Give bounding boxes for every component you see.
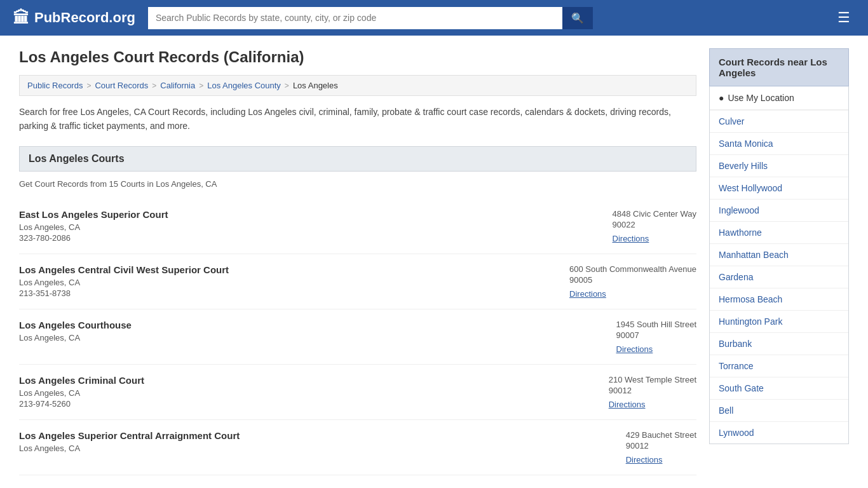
sidebar-city-item[interactable]: Huntington Park — [710, 311, 848, 333]
court-name: Los Angeles Central Civil West Superior … — [19, 264, 229, 275]
directions-link[interactable]: Directions — [609, 400, 646, 409]
site-header: 🏛 PubRecord.org 🔍 ☰ — [0, 0, 868, 36]
court-info: Los Angeles Superior Central Arraignment… — [19, 430, 240, 464]
breadcrumb-court-records[interactable]: Court Records — [95, 81, 148, 90]
hamburger-icon: ☰ — [837, 10, 850, 25]
court-item: Los Angeles Superior Central Arraignment… — [19, 420, 696, 475]
search-button[interactable]: 🔍 — [562, 7, 593, 29]
sidebar-header: Court Records near Los Angeles — [709, 48, 849, 86]
court-address: 210 West Temple Street 90012 Directions — [609, 375, 696, 409]
court-item: Los Angeles Central Civil West Superior … — [19, 254, 696, 309]
sidebar: Court Records near Los Angeles ● Use My … — [709, 48, 849, 475]
sidebar-city-link[interactable]: Inglewood — [710, 200, 848, 221]
court-zip: 90012 — [609, 386, 696, 395]
search-bar: 🔍 — [148, 7, 593, 29]
breadcrumb-sep-1: > — [86, 81, 91, 90]
sidebar-city-link[interactable]: Manhattan Beach — [710, 244, 848, 266]
court-city: Los Angeles, CA — [19, 444, 240, 453]
page-description: Search for free Los Angeles, CA Court Re… — [19, 105, 696, 133]
court-address: 600 South Commonwealth Avenue 90005 Dire… — [569, 264, 696, 299]
court-address: 1945 South Hill Street 90007 Directions — [616, 320, 696, 354]
court-name: Los Angeles Criminal Court — [19, 375, 144, 386]
breadcrumb: Public Records > Court Records > Califor… — [19, 75, 696, 96]
page-title: Los Angeles Court Records (California) — [19, 48, 696, 66]
court-zip: 90007 — [616, 330, 696, 340]
search-input[interactable] — [148, 7, 562, 29]
court-city: Los Angeles, CA — [19, 333, 132, 342]
sidebar-city-link[interactable]: Hermosa Beach — [710, 288, 848, 310]
sidebar-city-item[interactable]: Torrance — [710, 355, 848, 377]
sidebar-city-link[interactable]: Beverly Hills — [710, 155, 848, 177]
directions-link[interactable]: Directions — [626, 455, 663, 464]
sidebar-city-link[interactable]: Hawthorne — [710, 222, 848, 243]
section-header: Los Angeles Courts — [19, 146, 696, 172]
sidebar-city-item[interactable]: Burbank — [710, 333, 848, 355]
court-phone: 323-780-2086 — [19, 233, 168, 243]
sidebar-use-location-item[interactable]: ● Use My Location — [710, 86, 848, 111]
court-name: East Los Angeles Superior Court — [19, 209, 168, 220]
sidebar-city-item[interactable]: Beverly Hills — [710, 155, 848, 177]
court-item: Los Angeles Courthouse Los Angeles, CA 1… — [19, 309, 696, 365]
court-name: Los Angeles Courthouse — [19, 320, 132, 330]
sidebar-city-link[interactable]: Santa Monica — [710, 133, 848, 154]
menu-button[interactable]: ☰ — [832, 7, 855, 29]
court-street: 210 West Temple Street — [609, 375, 696, 384]
breadcrumb-public-records[interactable]: Public Records — [27, 81, 83, 90]
use-location-button[interactable]: ● Use My Location — [710, 86, 848, 110]
sidebar-city-link[interactable]: Burbank — [710, 333, 848, 355]
directions-link[interactable]: Directions — [616, 344, 653, 354]
court-zip: 90005 — [569, 275, 696, 285]
directions-link[interactable]: Directions — [569, 289, 606, 299]
court-street: 429 Bauchet Street — [626, 430, 696, 440]
use-location-label: Use My Location — [728, 93, 794, 103]
court-street: 1945 South Hill Street — [616, 320, 696, 329]
directions-link[interactable]: Directions — [613, 234, 649, 243]
logo-icon: 🏛 — [13, 8, 29, 28]
sidebar-city-item[interactable]: Inglewood — [710, 200, 848, 222]
sidebar-city-link[interactable]: Huntington Park — [710, 311, 848, 332]
court-city: Los Angeles, CA — [19, 222, 168, 232]
court-info: East Los Angeles Superior Court Los Ange… — [19, 209, 168, 243]
sidebar-city-link[interactable]: South Gate — [710, 377, 848, 399]
court-phone: 213-974-5260 — [19, 399, 144, 409]
court-street: 4848 Civic Center Way — [613, 209, 696, 219]
sidebar-city-item[interactable]: Culver — [710, 111, 848, 133]
court-info: Los Angeles Criminal Court Los Angeles, … — [19, 375, 144, 409]
court-street: 600 South Commonwealth Avenue — [569, 264, 696, 274]
court-item: Los Angeles Criminal Court Los Angeles, … — [19, 365, 696, 420]
breadcrumb-la-county[interactable]: Los Angeles County — [207, 81, 281, 90]
sidebar-city-link[interactable]: Torrance — [710, 355, 848, 377]
sidebar-city-item[interactable]: Hawthorne — [710, 222, 848, 244]
breadcrumb-los-angeles: Los Angeles — [293, 81, 338, 90]
sidebar-city-item[interactable]: West Hollywood — [710, 177, 848, 200]
sidebar-city-item[interactable]: Lynwood — [710, 422, 848, 444]
sidebar-city-item[interactable]: Hermosa Beach — [710, 288, 848, 311]
site-logo[interactable]: 🏛 PubRecord.org — [13, 8, 135, 28]
sidebar-nearby-list: ● Use My Location CulverSanta MonicaBeve… — [709, 86, 849, 444]
court-zip: 90022 — [613, 220, 696, 229]
logo-text: PubRecord.org — [34, 10, 135, 26]
court-address: 4848 Civic Center Way 90022 Directions — [613, 209, 696, 243]
sidebar-city-item[interactable]: Bell — [710, 400, 848, 422]
court-zip: 90012 — [626, 441, 696, 451]
content-area: Los Angeles Court Records (California) P… — [19, 48, 696, 475]
sidebar-city-link[interactable]: Culver — [710, 111, 848, 132]
court-info: Los Angeles Central Civil West Superior … — [19, 264, 229, 299]
main-container: Los Angeles Court Records (California) P… — [0, 36, 868, 488]
sidebar-city-link[interactable]: Bell — [710, 400, 848, 421]
sidebar-city-link[interactable]: Lynwood — [710, 422, 848, 444]
sidebar-city-item[interactable]: Gardena — [710, 266, 848, 288]
sidebar-city-link[interactable]: West Hollywood — [710, 177, 848, 199]
sidebar-city-item[interactable]: Santa Monica — [710, 133, 848, 155]
sidebar-city-link[interactable]: Gardena — [710, 266, 848, 288]
breadcrumb-california[interactable]: California — [160, 81, 195, 90]
sidebar-city-item[interactable]: Manhattan Beach — [710, 244, 848, 266]
breadcrumb-sep-2: > — [152, 81, 156, 90]
court-item: East Los Angeles Superior Court Los Ange… — [19, 199, 696, 254]
court-phone: 213-351-8738 — [19, 288, 229, 298]
location-pin-icon: ● — [719, 93, 724, 103]
section-count: Get Court Records from 15 Courts in Los … — [19, 179, 696, 189]
court-name: Los Angeles Superior Central Arraignment… — [19, 430, 240, 441]
sidebar-city-item[interactable]: South Gate — [710, 377, 848, 400]
court-city: Los Angeles, CA — [19, 278, 229, 287]
